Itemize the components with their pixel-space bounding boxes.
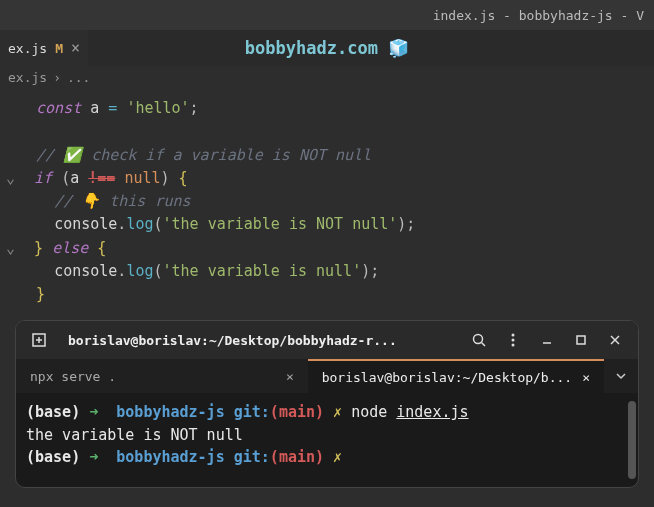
terminal-line: (base) ➜ bobbyhadz-js git:(main) ✗ [26, 446, 628, 469]
tab-modified-indicator: M [55, 41, 63, 56]
code-line: // 👇 this runs [18, 190, 636, 213]
svg-line-4 [482, 343, 486, 347]
terminal-tab-label: borislav@borislav:~/Desktop/b... [322, 370, 572, 385]
editor-tab-bar: ex.js M × bobbyhadz.com 🧊 [0, 30, 654, 66]
svg-rect-9 [577, 336, 585, 344]
terminal-tab-active[interactable]: borislav@borislav:~/Desktop/b... × [308, 359, 604, 393]
tab-dropdown-icon[interactable] [604, 359, 638, 393]
terminal-header: borislav@borislav:~/Desktop/bobbyhadz-r.… [16, 321, 638, 359]
breadcrumb[interactable]: ex.js › ... [0, 66, 654, 89]
window-title: index.js - bobbyhadz-js - V [433, 8, 644, 23]
breadcrumb-rest: ... [67, 70, 90, 85]
tab-filename: ex.js [8, 41, 47, 56]
tab-close-icon[interactable]: × [286, 369, 294, 384]
code-line [18, 120, 636, 143]
terminal-tab[interactable]: npx serve . × [16, 359, 308, 393]
code-line: ⌄ } else { [18, 237, 636, 260]
tab-close-icon[interactable]: × [71, 39, 80, 57]
maximize-icon[interactable] [566, 326, 596, 354]
code-line: // ✅ check if a variable is NOT null [18, 144, 636, 167]
code-line: console.log('the variable is null'); [18, 260, 636, 283]
breadcrumb-file: ex.js [8, 70, 47, 85]
search-icon[interactable] [464, 326, 494, 354]
code-line: } [18, 283, 636, 306]
close-icon[interactable] [600, 326, 630, 354]
code-editor[interactable]: const a = 'hello'; // ✅ check if a varia… [0, 89, 654, 314]
fold-icon[interactable]: ⌄ [6, 167, 18, 190]
tab-close-icon[interactable]: × [582, 370, 590, 385]
editor-tab[interactable]: ex.js M × [0, 30, 88, 66]
svg-point-7 [512, 344, 515, 347]
svg-point-3 [474, 335, 483, 344]
menu-icon[interactable] [498, 326, 528, 354]
breadcrumb-separator: › [53, 70, 61, 85]
terminal-body[interactable]: (base) ➜ bobbyhadz-js git:(main) ✗ node … [16, 393, 638, 487]
code-line: ⌄ if (a !== null) { [18, 167, 636, 190]
title-bar: index.js - bobbyhadz-js - V [0, 0, 654, 30]
terminal-line: the variable is NOT null [26, 424, 628, 447]
scrollbar[interactable] [628, 401, 636, 479]
svg-point-6 [512, 339, 515, 342]
code-line: console.log('the variable is NOT null'); [18, 213, 636, 236]
minimize-icon[interactable] [532, 326, 562, 354]
watermark-text: bobbyhadz.com 🧊 [245, 38, 409, 58]
svg-point-5 [512, 334, 515, 337]
terminal-title: borislav@borislav:~/Desktop/bobbyhadz-r.… [60, 333, 458, 348]
terminal-tab-label: npx serve . [30, 369, 116, 384]
code-line: const a = 'hello'; [18, 97, 636, 120]
new-tab-button[interactable] [24, 326, 54, 354]
terminal-line: (base) ➜ bobbyhadz-js git:(main) ✗ node … [26, 401, 628, 424]
fold-icon[interactable]: ⌄ [6, 237, 18, 260]
terminal-window: borislav@borislav:~/Desktop/bobbyhadz-r.… [15, 320, 639, 488]
terminal-tabs: npx serve . × borislav@borislav:~/Deskto… [16, 359, 638, 393]
